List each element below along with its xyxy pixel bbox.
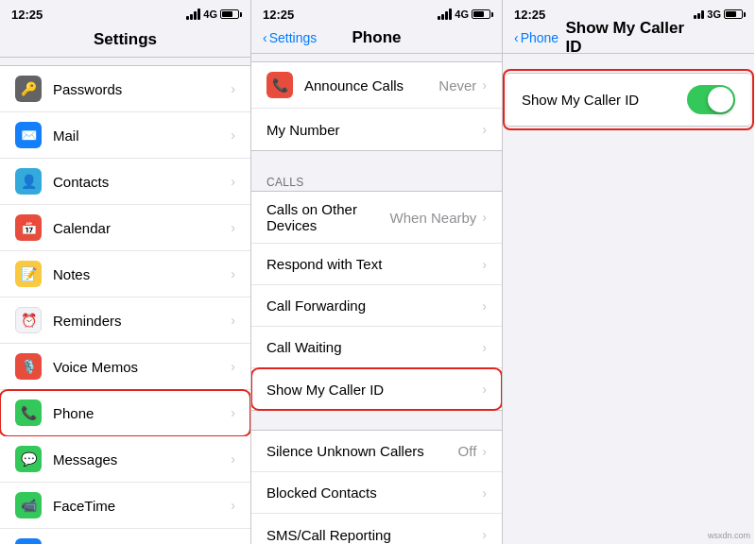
settings-row-call-waiting[interactable]: Call Waiting › xyxy=(251,327,502,368)
settings-row-calls-other-devices[interactable]: Calls on Other Devices When Nearby › xyxy=(251,192,502,244)
panel-phone: 12:25 4G ‹ Settings Phone 📞 xyxy=(251,0,503,544)
show-caller-id-toggle[interactable] xyxy=(687,85,735,114)
mail-label: Mail xyxy=(53,128,229,144)
status-icons-1: 4G xyxy=(186,8,239,20)
settings-row-facetime[interactable]: 📹 FaceTime › xyxy=(0,483,250,529)
show-caller-id-row-label: Show My Caller ID xyxy=(522,92,639,108)
back-label-3: Phone xyxy=(521,30,558,45)
call-waiting-label: Call Waiting xyxy=(266,339,480,355)
silence-unknown-label: Silence Unknown Callers xyxy=(266,443,458,459)
voice-memos-icon: 🎙️ xyxy=(15,353,42,380)
settings-row-my-number[interactable]: My Number › xyxy=(251,109,502,150)
sms-reporting-label: SMS/Call Reporting xyxy=(266,527,480,543)
back-button-2[interactable]: ‹ Settings xyxy=(263,30,317,45)
signal-icon-3 xyxy=(694,10,704,19)
mail-icon: ✉️ xyxy=(15,122,42,148)
section-divider-calls xyxy=(251,151,502,170)
calendar-icon: 📅 xyxy=(15,214,42,241)
battery-icon-2 xyxy=(472,9,490,19)
safari-icon: 🧭 xyxy=(15,538,42,544)
voice-memos-label: Voice Memos xyxy=(53,359,229,375)
status-time-1: 12:25 xyxy=(11,8,43,22)
blocked-contacts-label: Blocked Contacts xyxy=(266,484,480,501)
section-label-calls: CALLS xyxy=(251,170,502,191)
phone-top-list: 📞 Announce Calls Never › My Number › xyxy=(251,61,502,151)
settings-row-call-forwarding[interactable]: Call Forwarding › xyxy=(251,285,502,327)
show-caller-id-chevron: › xyxy=(482,382,487,397)
nav-bar-2: ‹ Settings Phone xyxy=(251,26,502,54)
back-chevron-2: ‹ xyxy=(263,30,267,45)
calls-list: Calls on Other Devices When Nearby › Res… xyxy=(251,191,502,411)
contacts-icon: 👤 xyxy=(15,168,42,195)
signal-icon-2 xyxy=(438,8,452,20)
settings-row-announce-calls[interactable]: 📞 Announce Calls Never › xyxy=(251,62,502,109)
silence-unknown-chevron: › xyxy=(482,444,487,459)
settings-row-contacts[interactable]: 👤 Contacts › xyxy=(0,159,250,205)
messages-chevron: › xyxy=(231,451,235,467)
phone-scroll[interactable]: 📞 Announce Calls Never › My Number › CAL… xyxy=(251,54,502,544)
announce-calls-icon: 📞 xyxy=(266,72,293,98)
panel-title-1: Settings xyxy=(94,30,157,48)
passwords-label: Passwords xyxy=(53,81,229,97)
respond-text-chevron: › xyxy=(482,257,487,272)
settings-row-passwords[interactable]: 🔑 Passwords › xyxy=(0,66,250,112)
call-forwarding-label: Call Forwarding xyxy=(266,298,480,314)
reminders-chevron: › xyxy=(231,313,235,328)
settings-row-reminders[interactable]: ⏰ Reminders › xyxy=(0,298,250,344)
settings-row-blocked-contacts[interactable]: Blocked Contacts › xyxy=(251,472,502,514)
battery-icon-3 xyxy=(724,9,743,19)
notes-icon: 📝 xyxy=(15,261,42,287)
nav-bar-1: Settings xyxy=(0,26,250,58)
settings-row-respond-text[interactable]: Respond with Text › xyxy=(251,244,502,285)
call-forwarding-chevron: › xyxy=(482,298,487,314)
show-caller-id-label: Show My Caller ID xyxy=(266,382,480,398)
silence-unknown-value: Off xyxy=(458,443,477,459)
announce-calls-value: Never xyxy=(438,77,476,94)
calls-other-devices-chevron: › xyxy=(482,210,487,225)
messages-label: Messages xyxy=(53,451,229,468)
contacts-chevron: › xyxy=(231,174,235,189)
settings-row-notes[interactable]: 📝 Notes › xyxy=(0,251,250,298)
settings-scroll-1[interactable]: 🔑 Passwords › ✉️ Mail › 👤 Contacts › 📅 C… xyxy=(0,58,250,544)
bottom-list: Silence Unknown Callers Off › Blocked Co… xyxy=(251,430,502,544)
messages-icon: 💬 xyxy=(15,446,42,472)
calls-other-devices-value: When Nearby xyxy=(390,210,477,226)
settings-row-phone[interactable]: 📞 Phone › xyxy=(0,390,250,436)
back-chevron-3: ‹ xyxy=(514,30,519,45)
announce-calls-chevron: › xyxy=(482,77,487,93)
facetime-chevron: › xyxy=(231,498,235,513)
reminders-icon: ⏰ xyxy=(15,307,42,333)
nav-bar-3: ‹ Phone Show My Caller ID xyxy=(503,26,754,54)
passwords-chevron: › xyxy=(231,81,235,96)
phone-label: Phone xyxy=(53,405,229,421)
caller-id-toggle-knob xyxy=(708,87,733,112)
settings-row-mail[interactable]: ✉️ Mail › xyxy=(0,112,250,159)
caller-id-scroll[interactable]: Show My Caller ID xyxy=(503,54,754,544)
my-number-chevron: › xyxy=(482,122,487,137)
back-button-3[interactable]: ‹ Phone xyxy=(514,30,558,45)
settings-row-show-caller-id[interactable]: Show My Caller ID › xyxy=(251,368,502,410)
settings-row-safari[interactable]: 🧭 Safari › xyxy=(0,529,250,544)
settings-row-sms-reporting[interactable]: SMS/Call Reporting › xyxy=(251,514,502,544)
contacts-label: Contacts xyxy=(53,174,229,190)
panel-title-2: Phone xyxy=(352,28,402,47)
show-caller-id-row[interactable]: Show My Caller ID xyxy=(507,73,750,127)
status-bar-2: 12:25 4G xyxy=(251,0,502,26)
respond-text-label: Respond with Text xyxy=(266,256,480,272)
settings-row-voice-memos[interactable]: 🎙️ Voice Memos › xyxy=(0,344,250,390)
notes-label: Notes xyxy=(53,266,229,282)
calendar-label: Calendar xyxy=(53,220,229,236)
signal-icon-1 xyxy=(186,8,200,20)
calls-other-devices-label: Calls on Other Devices xyxy=(266,201,390,233)
status-time-3: 12:25 xyxy=(514,8,545,22)
passwords-icon: 🔑 xyxy=(15,76,42,102)
network-type-2: 4G xyxy=(455,8,469,20)
status-bar-1: 12:25 4G xyxy=(0,0,250,26)
section-divider-bottom xyxy=(251,411,502,430)
announce-calls-label: Announce Calls xyxy=(304,77,438,94)
calendar-chevron: › xyxy=(231,220,235,235)
panel-caller-id: 12:25 3G ‹ Phone Show My Caller ID Sh xyxy=(503,0,754,544)
settings-row-messages[interactable]: 💬 Messages › xyxy=(0,436,250,483)
settings-row-silence-unknown[interactable]: Silence Unknown Callers Off › xyxy=(251,431,502,472)
settings-row-calendar[interactable]: 📅 Calendar › xyxy=(0,205,250,251)
